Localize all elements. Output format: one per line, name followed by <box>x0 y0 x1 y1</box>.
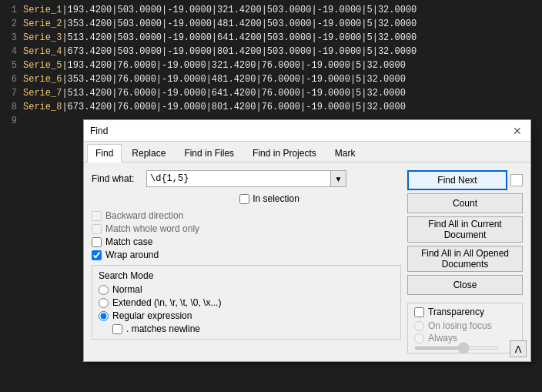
editor-line: 8Serie_8|673.4200|76.0000|-19.0000|801.4… <box>0 100 542 114</box>
dialog-close-button[interactable]: ✕ <box>510 124 524 138</box>
tab-find[interactable]: Find <box>87 144 122 162</box>
backward-direction-label: Backward direction <box>105 210 183 221</box>
line-number: 8 <box>0 102 23 112</box>
match-case-checkbox[interactable] <box>92 237 102 247</box>
find-all-current-button[interactable]: Find All in Current Document <box>407 216 523 243</box>
options-group: Backward direction Match whole word only… <box>92 210 401 260</box>
find-input-wrap: ▼ <box>146 170 346 187</box>
line-number: 3 <box>0 32 23 43</box>
editor-line: 2Serie_2|353.4200|503.0000|-19.0000|481.… <box>0 17 542 31</box>
line-content: Serie_2|353.4200|503.0000|-19.0000|481.4… <box>23 18 417 29</box>
line-number: 2 <box>0 18 23 29</box>
line-number: 4 <box>0 46 23 57</box>
close-button[interactable]: Close <box>407 275 523 295</box>
find-input[interactable] <box>146 170 331 187</box>
line-number: 5 <box>0 60 23 71</box>
transparency-label: Transparency <box>428 307 484 317</box>
editor-line: 5Serie_5|193.4200|76.0000|-19.0000|321.4… <box>0 59 542 72</box>
match-whole-word-row: Match whole word only <box>92 223 401 234</box>
line-content: Serie_1|193.4200|503.0000|-19.0000|321.4… <box>23 5 417 15</box>
transparency-title: Transparency <box>414 307 516 317</box>
line-content: Serie_4|673.4200|503.0000|-19.0000|801.4… <box>23 46 417 57</box>
line-content: Serie_7|513.4200|76.0000|-19.0000|641.42… <box>23 88 406 99</box>
in-selection-row: In selection <box>239 193 299 204</box>
tab-mark[interactable]: Mark <box>326 144 364 162</box>
transparency-slider-row <box>414 347 516 350</box>
transparency-group: Transparency On losing focus Always <box>407 303 523 353</box>
line-content: Serie_3|513.4200|503.0000|-19.0000|641.4… <box>23 32 417 43</box>
line-number: 9 <box>0 116 23 126</box>
find-next-button[interactable]: Find Next <box>407 170 507 190</box>
search-mode-group: Search Mode Normal Extended (\n, \r, \t,… <box>92 265 401 340</box>
transparency-on-losing-focus: On losing focus <box>414 320 516 331</box>
radio-regex-label: Regular expression <box>112 310 192 321</box>
find-dropdown-button[interactable]: ▼ <box>331 170 346 187</box>
editor-line: 1Serie_1|193.4200|503.0000|-19.0000|321.… <box>0 3 542 17</box>
line-number: 1 <box>0 5 23 15</box>
transparency-on-losing-focus-radio[interactable] <box>414 321 424 331</box>
line-number: 7 <box>0 88 23 99</box>
backward-direction-checkbox[interactable] <box>92 211 102 221</box>
find-next-row: Find Next <box>407 170 523 190</box>
radio-regex: Regular expression <box>99 310 394 321</box>
radio-normal-input[interactable] <box>99 285 109 295</box>
wrap-around-checkbox[interactable] <box>92 250 102 260</box>
match-case-label: Match case <box>105 236 152 247</box>
radio-normal-label: Normal <box>112 284 142 295</box>
count-button[interactable]: Count <box>407 193 523 213</box>
matches-newline-checkbox[interactable] <box>112 324 122 334</box>
find-what-label: Find what: <box>92 173 142 184</box>
radio-extended-input[interactable] <box>99 298 109 308</box>
radio-extended-label: Extended (\n, \r, \t, \0, \x...) <box>112 297 221 308</box>
radio-extended: Extended (\n, \r, \t, \0, \x...) <box>99 297 394 308</box>
editor-line: 3Serie_3|513.4200|503.0000|-19.0000|641.… <box>0 31 542 45</box>
dialog-titlebar: Find ✕ <box>84 120 530 142</box>
matches-newline-row: . matches newline <box>112 323 394 334</box>
tab-find-in-files[interactable]: Find in Files <box>176 144 243 162</box>
transparency-on-losing-focus-label: On losing focus <box>428 320 492 331</box>
editor-line: 6Serie_6|353.4200|76.0000|-19.0000|481.4… <box>0 72 542 86</box>
right-panel: Find Next Count Find All in Current Docu… <box>407 170 523 353</box>
bookmark-checkbox[interactable] <box>510 174 523 186</box>
dialog-body: Find what: ▼ In selection <box>84 162 530 361</box>
search-mode-title: Search Mode <box>99 270 394 281</box>
tab-find-in-projects[interactable]: Find in Projects <box>244 144 325 162</box>
match-whole-word-label: Match whole word only <box>105 223 199 234</box>
in-selection-checkbox[interactable] <box>239 194 249 204</box>
editor-line: 4Serie_4|673.4200|503.0000|-19.0000|801.… <box>0 45 542 59</box>
line-content: Serie_6|353.4200|76.0000|-19.0000|481.42… <box>23 74 406 85</box>
editor-line: 7Serie_7|513.4200|76.0000|-19.0000|641.4… <box>0 86 542 100</box>
backward-direction-row: Backward direction <box>92 210 401 221</box>
radio-normal: Normal <box>99 284 394 295</box>
in-selection-label: In selection <box>253 193 299 204</box>
wrap-around-label: Wrap around <box>105 250 159 260</box>
match-case-row: Match case <box>92 236 401 247</box>
find-what-row: Find what: ▼ <box>92 170 401 187</box>
radio-regex-input[interactable] <box>99 311 109 321</box>
tab-replace[interactable]: Replace <box>123 144 174 162</box>
lambda-button[interactable]: Λ <box>510 340 527 357</box>
find-dialog: Find ✕ Find Replace Find in Files Find i… <box>83 119 531 362</box>
dialog-tabs: Find Replace Find in Files Find in Proje… <box>84 142 530 162</box>
line-content: Serie_8|673.4200|76.0000|-19.0000|801.42… <box>23 102 406 112</box>
dialog-title: Find <box>90 126 108 136</box>
wrap-around-row: Wrap around <box>92 250 401 260</box>
line-content: Serie_5|193.4200|76.0000|-19.0000|321.42… <box>23 60 406 71</box>
match-whole-word-checkbox[interactable] <box>92 224 102 234</box>
find-all-opened-button[interactable]: Find All in All Opened Documents <box>407 246 523 272</box>
matches-newline-label: . matches newline <box>126 323 200 334</box>
transparency-slider[interactable] <box>414 347 499 350</box>
line-number: 6 <box>0 74 23 85</box>
transparency-checkbox[interactable] <box>414 307 424 317</box>
